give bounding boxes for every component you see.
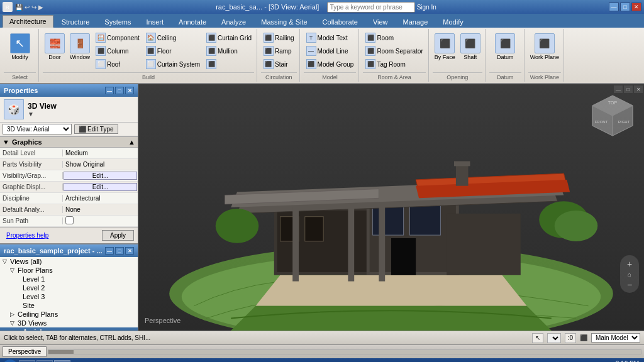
prop-graphic-disp: Graphic Displ... Edit... bbox=[0, 182, 138, 193]
nav-home[interactable]: ⌂ bbox=[628, 271, 631, 278]
run-icon[interactable]: ▶ bbox=[38, 4, 43, 11]
door-label: Window bbox=[70, 54, 90, 60]
perspective-tab[interactable]: Perspective bbox=[3, 346, 47, 357]
model-text-btn[interactable]: TModel Text bbox=[304, 31, 357, 44]
discipline-value[interactable]: Architectural bbox=[63, 195, 138, 202]
viewport[interactable]: — □ ✕ bbox=[138, 84, 644, 331]
roof-btn[interactable]: 🏠Ceiling bbox=[143, 31, 203, 44]
tab-structure[interactable]: Structure bbox=[55, 16, 97, 28]
apply-btn[interactable]: Apply bbox=[102, 230, 134, 241]
properties-panel: Properties — □ ✕ 🎲 3D View ▼ 3D View: Ae… bbox=[0, 84, 138, 244]
ceiling-btn[interactable]: ⬛Floor bbox=[143, 45, 203, 57]
pb-minimize[interactable]: — bbox=[105, 247, 114, 255]
properties-help-link[interactable]: Properties help bbox=[3, 230, 52, 241]
tab-architecture[interactable]: Architecture bbox=[3, 15, 53, 28]
pb-close[interactable]: ✕ bbox=[125, 247, 134, 255]
close-btn[interactable]: ✕ bbox=[631, 3, 641, 11]
tab-massing[interactable]: Massing & Site bbox=[254, 16, 314, 28]
start-button[interactable]: ⊞ bbox=[3, 359, 18, 362]
viewport-perspective-label: Perspective bbox=[145, 317, 180, 324]
viewport-svg bbox=[138, 84, 644, 331]
sun-path-value[interactable] bbox=[63, 216, 138, 226]
pb-maximize[interactable]: □ bbox=[115, 247, 124, 255]
save-icon[interactable]: 💾 bbox=[15, 4, 23, 11]
parts-vis-value[interactable]: Show Original bbox=[63, 161, 138, 168]
detail-level-value[interactable]: Medium bbox=[63, 150, 138, 156]
view-dropdown[interactable]: 3D View: Aerial bbox=[3, 124, 72, 134]
prop-default-analysis: Default Analy... None bbox=[0, 204, 138, 216]
tree-level1[interactable]: Level 1 bbox=[0, 275, 138, 283]
tab-manage[interactable]: Manage bbox=[396, 16, 435, 28]
window-btn[interactable]: 🪟Component bbox=[93, 31, 142, 44]
curtain-grid-btn[interactable]: ⬛Mullion bbox=[204, 45, 254, 57]
viewport-cube[interactable]: TOP FRONT RIGHT bbox=[587, 90, 638, 141]
redo-icon[interactable]: ↪ bbox=[31, 4, 36, 11]
datum-btn[interactable]: ⬛ Datum bbox=[493, 31, 517, 62]
tab-analyze[interactable]: Analyze bbox=[214, 16, 253, 28]
tab-view[interactable]: View bbox=[366, 16, 395, 28]
workset-dropdown[interactable] bbox=[547, 333, 561, 343]
component-btn[interactable]: ⬛Column bbox=[93, 45, 142, 57]
prop-type-icon: 🎲 bbox=[4, 99, 24, 119]
default-analysis-value[interactable]: None bbox=[63, 206, 138, 213]
panel-maximize[interactable]: □ bbox=[115, 87, 124, 94]
tab-annotate[interactable]: Annotate bbox=[172, 16, 213, 28]
sign-in-btn[interactable]: Sign In bbox=[417, 4, 436, 11]
railing-btn[interactable]: ⬛Railing bbox=[261, 31, 297, 44]
door-btn[interactable]: 🚪 Window bbox=[68, 31, 92, 62]
panel-close[interactable]: ✕ bbox=[125, 87, 134, 94]
search-input[interactable] bbox=[327, 2, 415, 13]
tab-collaborate[interactable]: Collaborate bbox=[316, 16, 365, 28]
room-separator-btn[interactable]: ⬛Room Separator bbox=[363, 45, 425, 57]
model-group-btn[interactable]: ⬛Model Group bbox=[304, 58, 357, 70]
tree-views-all[interactable]: ▽ Views (all) bbox=[0, 257, 138, 266]
shaft-btn[interactable]: ⬛ Shaft bbox=[458, 31, 482, 62]
tab-modify[interactable]: Modify bbox=[436, 16, 470, 28]
undo-icon[interactable]: ↩ bbox=[25, 4, 30, 11]
ribbon-group-circulation: ⬛Railing ⬛Ramp ⬛Stair Circulation bbox=[258, 29, 300, 82]
floor-plans-expand-icon: ▽ bbox=[10, 267, 16, 273]
tree-ceiling-plans[interactable]: ▷ Ceiling Plans bbox=[0, 310, 138, 319]
tree-floor-plans[interactable]: ▽ Floor Plans bbox=[0, 266, 138, 275]
graphics-section-header[interactable]: ▼ Graphics ▲ bbox=[0, 136, 138, 148]
maximize-btn[interactable]: □ bbox=[620, 3, 630, 11]
edit-type-btn[interactable]: ⬛ Edit Type bbox=[74, 124, 118, 134]
mullion-btn[interactable]: ⬛ bbox=[204, 58, 254, 70]
tab-insert[interactable]: Insert bbox=[140, 16, 171, 28]
curtain-system-btn[interactable]: ⬛Curtain Grid bbox=[204, 31, 254, 44]
tag-room-btn[interactable]: ⬛Tag Room bbox=[363, 58, 425, 70]
graphic-disp-btn[interactable]: Edit... bbox=[64, 183, 137, 191]
tree-3d-views[interactable]: ▽ 3D Views bbox=[0, 319, 138, 327]
modify-btn[interactable]: ↖ Modify bbox=[8, 31, 32, 62]
edit-type-label: Edit Type bbox=[87, 126, 114, 133]
model-line-btn[interactable]: —Model Line bbox=[304, 45, 357, 57]
by-face-btn[interactable]: ⬛ By Face bbox=[433, 31, 457, 62]
tag-room-icon: ⬛ bbox=[365, 59, 375, 69]
room-group-label: Room & Area bbox=[363, 72, 425, 80]
model-dropdown[interactable]: Main Model bbox=[591, 333, 640, 343]
workplane-btn[interactable]: ⬛ Work Plane bbox=[528, 31, 561, 62]
nav-wheel[interactable]: + ⌂ − bbox=[620, 255, 639, 293]
floor-btn[interactable]: ⬜Curtain System bbox=[143, 58, 203, 70]
tree-site[interactable]: Site bbox=[0, 301, 138, 310]
ramp-btn[interactable]: ⬛Ramp bbox=[261, 45, 297, 57]
section-scroll-up[interactable]: ▲ bbox=[128, 138, 135, 146]
tree-aerial[interactable]: Aerial bbox=[0, 327, 138, 331]
sun-path-checkbox[interactable] bbox=[65, 216, 74, 224]
vis-graph-btn[interactable]: Edit... bbox=[64, 172, 137, 180]
column-icon: ⬜ bbox=[96, 59, 106, 69]
nav-zoom-out[interactable]: − bbox=[627, 280, 632, 290]
room-btn[interactable]: ⬛Room bbox=[363, 31, 425, 44]
panel-minimize[interactable]: — bbox=[105, 87, 114, 94]
tree-level3[interactable]: Level 3 bbox=[0, 292, 138, 301]
column-btn[interactable]: ⬜Roof bbox=[93, 58, 142, 70]
tree-level2[interactable]: Level 2 bbox=[0, 283, 138, 292]
wall-btn[interactable]: 🧱 Door bbox=[43, 31, 67, 62]
stair-btn[interactable]: ⬛Stair bbox=[261, 58, 297, 70]
nav-zoom-in[interactable]: + bbox=[627, 259, 632, 269]
prop-type-select[interactable]: ▼ bbox=[28, 111, 57, 118]
tab-systems[interactable]: Systems bbox=[97, 16, 138, 28]
model-line-icon: — bbox=[306, 46, 316, 56]
view-scrollbar[interactable] bbox=[48, 349, 641, 354]
minimize-btn[interactable]: — bbox=[609, 3, 619, 11]
